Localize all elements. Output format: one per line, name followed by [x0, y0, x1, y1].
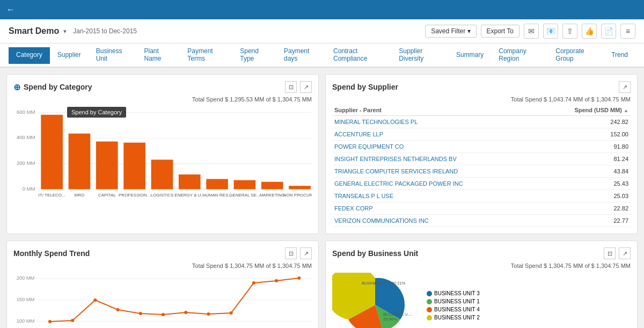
svg-point-37: [116, 308, 120, 311]
supplier-name[interactable]: POWER EQUIPMENT CO: [332, 141, 539, 153]
tab-category[interactable]: Category: [9, 47, 50, 64]
trend-panel-actions: ⊡ ↗: [285, 247, 312, 259]
panel-header: ⊕ Spend by Category ⊡ ↗: [13, 81, 312, 93]
svg-point-43: [252, 281, 255, 285]
svg-text:0 MM: 0 MM: [23, 186, 35, 192]
supplier-name[interactable]: GENERAL ELECTRIC PACKAGED POWER INC: [332, 178, 539, 190]
tab-supplier-diversity[interactable]: Supplier Diversity: [391, 43, 449, 68]
header-left: Smart Demo ▾ Jan-2015 to Dec-2015: [9, 26, 137, 36]
svg-rect-22: [234, 180, 256, 189]
bu-title-text: Spend by Business Unit: [332, 249, 418, 258]
svg-text:ENERGY & U...: ENERGY & U...: [174, 193, 204, 198]
svg-rect-18: [179, 174, 201, 189]
thumbs-icon-button[interactable]: 👍: [582, 24, 597, 39]
svg-rect-12: [96, 142, 118, 189]
legend-item: BUSINESS UNIT 3: [427, 290, 480, 296]
supplier-name[interactable]: TRANSEALS P L USE: [332, 190, 539, 202]
spend-by-category-panel: ⊕ Spend by Category ⊡ ↗ Total Spend $ 1,…: [6, 74, 319, 234]
legend-item: BUSINESS UNIT 1: [427, 298, 480, 304]
bu-expand-button[interactable]: ↗: [619, 247, 631, 259]
screenshot-button[interactable]: ⊡: [285, 81, 297, 93]
supplier-spend: 25.43: [539, 178, 631, 190]
svg-text:BUSINESS U...:: BUSINESS U...:: [383, 312, 412, 317]
svg-rect-8: [41, 115, 63, 189]
legend-item: BUSINESS UNIT 4: [427, 307, 480, 312]
svg-point-45: [297, 276, 301, 280]
mail-icon-button[interactable]: ✉: [524, 24, 539, 39]
legend-dot: [427, 299, 432, 304]
category-total-spend: Total Spend $ 1,295.53 MM of $ 1,304.75 …: [13, 96, 312, 103]
supplier-spend: 43.84: [539, 165, 631, 178]
tab-business-unit[interactable]: Business Unit: [89, 43, 137, 68]
panel-title-text: Spend by Category: [24, 83, 92, 91]
legend-label: BUSINESS UNIT 2: [434, 315, 480, 320]
pie-chart-svg: BUSINESS U...: 20.21% BUSINESS U...: 29.…: [332, 273, 418, 329]
tab-trend[interactable]: Trend: [604, 47, 635, 64]
supplier-name[interactable]: FEDEX CORP: [332, 202, 539, 215]
legend-label: BUSINESS UNIT 4: [434, 307, 480, 312]
svg-rect-20: [206, 179, 228, 189]
tab-payment-terms[interactable]: Payment Terms: [180, 43, 232, 68]
tab-company-region[interactable]: Company Region: [491, 43, 548, 68]
doc-icon-button[interactable]: 📄: [601, 24, 616, 39]
tab-spend-type[interactable]: Spend Type: [232, 43, 276, 68]
svg-point-38: [139, 312, 142, 315]
legend-dot: [427, 315, 432, 320]
svg-text:200 MM: 200 MM: [17, 275, 34, 281]
supplier-name[interactable]: INSIGHT ENTREPRISES NETHERLANDS BV: [332, 153, 539, 165]
panel-title: ⊕ Spend by Category: [13, 82, 92, 92]
line-chart: 200 MM 150 MM 100 MM: [13, 273, 312, 328]
back-button[interactable]: ←: [6, 5, 15, 14]
share-icon-button[interactable]: ⇧: [562, 24, 577, 39]
filter-icon-button[interactable]: ≡: [620, 24, 635, 39]
tab-plant-name[interactable]: Plant Name: [137, 43, 180, 68]
table-row: FEDEX CORP 22.82: [332, 202, 631, 215]
trend-title-text: Monthly Spend Trend: [13, 249, 90, 258]
saved-filter-button[interactable]: Saved Filter ▾: [425, 25, 476, 38]
svg-text:150 MM: 150 MM: [17, 297, 34, 302]
app-title: Smart Demo: [9, 26, 59, 36]
svg-rect-10: [69, 134, 91, 189]
svg-point-36: [93, 298, 97, 302]
supplier-name[interactable]: ACCENTURE LLP: [332, 128, 539, 141]
legend-item: BUSINESS UNIT 2: [427, 315, 480, 320]
line-chart-svg: 200 MM 150 MM 100 MM: [13, 273, 312, 328]
tab-bar: CategorySupplierBusiness UnitPlant NameP…: [0, 43, 644, 68]
tab-payment-days[interactable]: Payment days: [276, 43, 326, 68]
tab-corporate-group[interactable]: Corporate Group: [548, 43, 604, 68]
svg-text:PROFESSION...: PROFESSION...: [119, 193, 150, 198]
spend-col-header[interactable]: Spend (USD MM) ▲: [539, 105, 631, 116]
tab-contract-compliance[interactable]: Contract Compliance: [326, 43, 391, 68]
legend-label: BUSINESS UNIT 3: [434, 290, 480, 296]
monthly-spend-trend-panel: Monthly Spend Trend ⊡ ↗ Total Spend $ 1,…: [6, 240, 319, 328]
svg-text:200 MM: 200 MM: [17, 160, 35, 166]
supplier-expand-button[interactable]: ↗: [619, 81, 631, 93]
table-row: MINERAL TECHNOLOGIES PL 242.82: [332, 116, 631, 128]
email-icon-button[interactable]: 📧: [543, 24, 558, 39]
panel-actions: ⊡ ↗: [285, 81, 312, 93]
svg-point-35: [71, 319, 74, 322]
supplier-name[interactable]: MINERAL TECHNOLOGIES PL: [332, 116, 539, 128]
app-title-caret[interactable]: ▾: [63, 28, 67, 35]
supplier-name[interactable]: VERIZON COMMUNICATIONS INC: [332, 215, 539, 227]
main-content: ⊕ Spend by Category ⊡ ↗ Total Spend $ 1,…: [0, 68, 644, 328]
svg-text:GENERAL SE...: GENERAL SE...: [229, 193, 260, 198]
svg-point-40: [184, 311, 187, 314]
bu-screenshot-button[interactable]: ⊡: [604, 247, 616, 259]
svg-point-41: [207, 312, 210, 316]
header-row: Smart Demo ▾ Jan-2015 to Dec-2015 Saved …: [0, 19, 644, 43]
date-range: Jan-2015 to Dec-2015: [73, 27, 137, 35]
supplier-panel-actions: ↗: [619, 81, 631, 93]
tab-summary[interactable]: Summary: [449, 47, 491, 64]
supplier-name[interactable]: TRIANGLE COMPUTER SERVICES IRELAND: [332, 165, 539, 178]
trend-screenshot-button[interactable]: ⊡: [285, 247, 297, 259]
svg-text:29.96%: 29.96%: [383, 317, 397, 322]
export-button[interactable]: Export To: [481, 25, 519, 38]
supplier-spend: 25.03: [539, 190, 631, 202]
bu-panel-actions: ⊡ ↗: [604, 247, 631, 259]
supplier-spend: 152.00: [539, 128, 631, 141]
trend-expand-button[interactable]: ↗: [300, 247, 312, 259]
expand-button[interactable]: ↗: [300, 81, 312, 93]
svg-text:NON PROCUR...: NON PROCUR...: [283, 193, 312, 198]
tab-supplier[interactable]: Supplier: [50, 47, 89, 64]
